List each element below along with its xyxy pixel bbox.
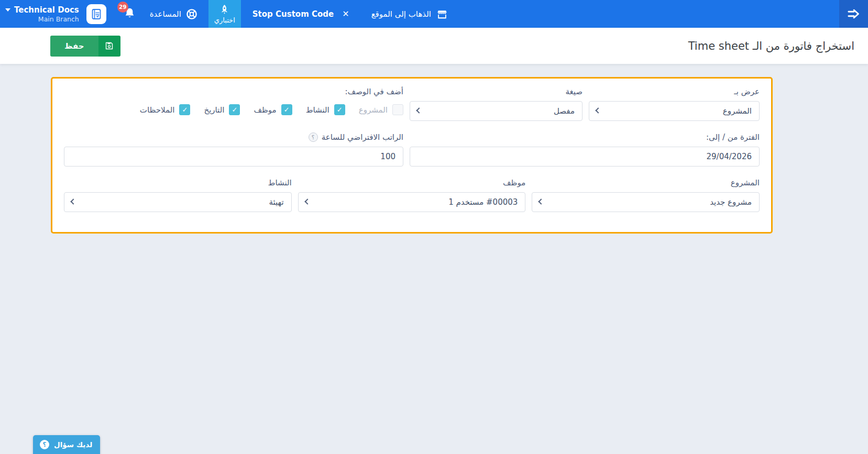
project-field: المشروع مشروع جديد bbox=[532, 178, 760, 212]
employee-label: موظف bbox=[298, 178, 526, 187]
form-row-1: عرض بـ المشروع صيغة مفصل أضف في الوصف: ✓ bbox=[64, 87, 760, 121]
check-icon: ✓ bbox=[232, 106, 237, 113]
display-by-field: عرض بـ المشروع bbox=[589, 87, 760, 121]
go-to-site-button[interactable]: الذهاب إلى الموقع bbox=[371, 8, 448, 20]
chevron-down-icon bbox=[416, 107, 422, 113]
topbar: Technical Docs Main Branch 29 المساعدة bbox=[0, 0, 868, 28]
format-label: صيغة bbox=[410, 87, 583, 96]
chevron-down-icon bbox=[5, 8, 10, 12]
rocket-icon bbox=[220, 4, 229, 15]
project-value: مشروع جديد bbox=[710, 197, 752, 207]
employee-select[interactable]: #00003 مستخدم 1 bbox=[298, 192, 526, 212]
lifering-icon bbox=[185, 8, 198, 20]
checkbox-label: الملاحظات bbox=[140, 105, 175, 115]
notebook-icon bbox=[90, 8, 103, 20]
save-icon-segment bbox=[98, 36, 120, 57]
project-label: المشروع bbox=[532, 178, 760, 187]
close-icon[interactable]: ✕ bbox=[342, 9, 349, 19]
check-icon: ✓ bbox=[182, 106, 188, 113]
display-by-label: عرض بـ bbox=[589, 87, 760, 96]
arrow-lines-icon bbox=[847, 7, 861, 21]
checkbox-box[interactable]: ✓ bbox=[281, 104, 292, 115]
hourly-rate-label: الراتب الافتراضي للساعة bbox=[322, 132, 403, 142]
storefront-icon bbox=[436, 8, 448, 20]
floppy-disk-icon bbox=[104, 41, 114, 51]
help-tooltip-icon[interactable]: ؟ bbox=[309, 132, 318, 142]
period-input[interactable] bbox=[410, 147, 760, 167]
display-by-value: المشروع bbox=[723, 106, 752, 116]
chevron-down-icon bbox=[70, 198, 76, 204]
company-name: Technical Docs bbox=[14, 5, 79, 15]
form-row-2: الفترة من / إلى: الراتب الافتراضي للساعة… bbox=[64, 132, 760, 167]
checkbox-project[interactable]: ✓ المشروع bbox=[359, 104, 403, 115]
checkbox-notes[interactable]: ✓ الملاحظات bbox=[140, 104, 191, 115]
hourly-rate-field: الراتب الافتراضي للساعة ؟ bbox=[64, 132, 403, 167]
checkbox-box[interactable]: ✓ bbox=[229, 104, 240, 115]
period-field: الفترة من / إلى: bbox=[410, 132, 760, 167]
project-select[interactable]: مشروع جديد bbox=[532, 192, 760, 212]
chevron-down-icon bbox=[539, 198, 544, 204]
employee-value: #00003 مستخدم 1 bbox=[448, 197, 518, 207]
activity-field: النشاط تهيئة bbox=[64, 178, 292, 212]
notification-count-badge: 29 bbox=[117, 2, 128, 13]
trial-mode-tab[interactable]: اختباري bbox=[208, 0, 241, 28]
timesheet-invoice-form: عرض بـ المشروع صيغة مفصل أضف في الوصف: ✓ bbox=[51, 77, 773, 234]
checkbox-label: موظف bbox=[254, 105, 276, 115]
page-title: استخراج فاتورة من الـ Time sheet bbox=[688, 40, 854, 52]
activity-value: تهيئة bbox=[269, 197, 283, 207]
have-a-question-button[interactable]: لديك سؤال ؟ bbox=[33, 435, 100, 454]
save-button-label: حفظ bbox=[50, 36, 98, 57]
add-to-description-field: أضف في الوصف: ✓ المشروع ✓ النشاط ✓ موظف bbox=[64, 87, 403, 121]
question-label: لديك سؤال bbox=[54, 440, 92, 449]
notifications-button[interactable]: 29 bbox=[123, 6, 136, 22]
go-to-site-label: الذهاب إلى الموقع bbox=[371, 9, 431, 19]
checkbox-box[interactable]: ✓ bbox=[179, 104, 190, 115]
checkbox-box[interactable]: ✓ bbox=[334, 104, 345, 115]
app-launcher-button[interactable] bbox=[86, 4, 106, 24]
activity-select[interactable]: تهيئة bbox=[64, 192, 292, 212]
checkbox-box[interactable]: ✓ bbox=[392, 104, 403, 115]
chevron-down-icon bbox=[304, 198, 310, 204]
help-label: المساعدة bbox=[150, 9, 181, 19]
period-label: الفترة من / إلى: bbox=[410, 132, 760, 142]
stop-custom-code-label: Stop Custom Code bbox=[252, 9, 334, 19]
checkbox-label: المشروع bbox=[359, 105, 388, 115]
save-button[interactable]: حفظ bbox=[50, 36, 120, 57]
branch-name: Main Branch bbox=[38, 15, 79, 23]
checkbox-activity[interactable]: ✓ النشاط bbox=[306, 104, 345, 115]
trial-label: اختباري bbox=[214, 16, 235, 24]
check-icon: ✓ bbox=[337, 106, 343, 113]
page-header: استخراج فاتورة من الـ Time sheet حفظ bbox=[0, 28, 868, 64]
sidebar-toggle-button[interactable] bbox=[839, 0, 868, 28]
hourly-rate-input[interactable] bbox=[64, 147, 403, 167]
checkbox-employee[interactable]: ✓ موظف bbox=[254, 104, 292, 115]
form-row-3: المشروع مشروع جديد موظف #00003 مستخدم 1 … bbox=[64, 178, 760, 212]
employee-field: موظف #00003 مستخدم 1 bbox=[298, 178, 526, 212]
main-content: عرض بـ المشروع صيغة مفصل أضف في الوصف: ✓ bbox=[0, 77, 868, 234]
checkbox-label: النشاط bbox=[306, 105, 329, 115]
description-options: ✓ المشروع ✓ النشاط ✓ موظف ✓ التاريخ bbox=[64, 104, 403, 115]
help-menu-button[interactable]: المساعدة bbox=[150, 8, 198, 20]
format-field: صيغة مفصل bbox=[410, 87, 583, 121]
stop-custom-code-button[interactable]: Stop Custom Code ✕ bbox=[252, 9, 349, 19]
activity-label: النشاط bbox=[64, 178, 292, 187]
add-to-description-label: أضف في الوصف: bbox=[64, 87, 403, 96]
format-select[interactable]: مفصل bbox=[410, 101, 583, 121]
check-icon: ✓ bbox=[284, 106, 290, 113]
chevron-down-icon bbox=[595, 107, 601, 113]
checkbox-label: التاريخ bbox=[204, 105, 224, 115]
checkbox-date[interactable]: ✓ التاريخ bbox=[204, 104, 240, 115]
branch-switcher[interactable]: Technical Docs Main Branch bbox=[5, 0, 79, 28]
display-by-select[interactable]: المشروع bbox=[589, 101, 760, 121]
question-mark-icon: ؟ bbox=[40, 440, 49, 449]
format-value: مفصل bbox=[554, 106, 575, 116]
